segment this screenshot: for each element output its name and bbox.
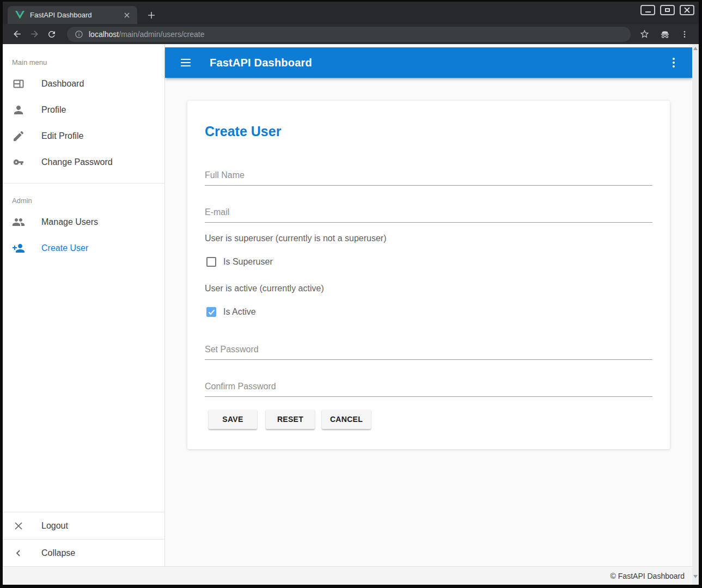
browser-tab[interactable]: FastAPI Dashboard <box>8 6 137 24</box>
dashboard-icon <box>12 77 25 90</box>
chevron-left-icon <box>12 547 25 560</box>
create-user-card: Create User User is superuser (currently… <box>187 101 670 449</box>
active-hint: User is active (currently active) <box>205 284 324 293</box>
incognito-icon <box>660 29 670 40</box>
sidebar-item-profile[interactable]: Profile <box>3 97 164 123</box>
new-tab-button[interactable] <box>144 9 158 22</box>
key-icon <box>12 156 25 169</box>
sidebar: Main menu Dashboard Profile Edit Profile <box>3 44 165 566</box>
browser-toolbar: localhost/main/admin/users/create <box>3 24 699 44</box>
sidebar-item-label: Profile <box>41 105 66 115</box>
sidebar-section-admin: Admin <box>3 183 164 209</box>
logout-x-icon <box>12 519 25 532</box>
people-icon <box>12 216 25 229</box>
page-scrollbar[interactable] <box>692 44 699 585</box>
pencil-icon <box>12 130 25 143</box>
sidebar-item-label: Collapse <box>41 548 75 558</box>
sidebar-item-label: Edit Profile <box>41 131 83 141</box>
maximize-button[interactable] <box>660 5 675 15</box>
person-add-icon <box>12 242 25 255</box>
full-name-input[interactable] <box>205 170 652 186</box>
forward-icon[interactable] <box>27 27 42 42</box>
site-info-icon[interactable] <box>75 30 83 39</box>
page-footer: © FastAPI Dashboard <box>3 566 699 585</box>
vue-logo-icon <box>15 11 25 19</box>
refresh-icon[interactable] <box>44 27 59 42</box>
set-password-field <box>205 345 652 360</box>
sidebar-item-collapse[interactable]: Collapse <box>3 539 164 566</box>
is-active-checkbox[interactable] <box>206 307 216 317</box>
sidebar-item-label: Change Password <box>41 157 113 167</box>
is-superuser-label: Is Superuser <box>223 257 273 267</box>
email-input[interactable] <box>205 207 652 223</box>
person-icon <box>12 103 25 117</box>
minimize-button[interactable] <box>640 5 655 15</box>
url-path: /main/admin/users/create <box>119 30 204 39</box>
back-icon[interactable] <box>9 27 25 42</box>
sidebar-item-label: Logout <box>41 521 68 531</box>
sidebar-item-create-user[interactable]: Create User <box>3 235 164 261</box>
sidebar-item-label: Create User <box>41 243 88 253</box>
url-bar[interactable]: localhost/main/admin/users/create <box>67 27 631 42</box>
page: FastAPI Dashboard Main menu Dashboard Pr… <box>3 44 699 585</box>
sidebar-item-logout[interactable]: Logout <box>3 512 164 539</box>
app-bar-title: FastAPI Dashboard <box>210 57 312 69</box>
is-active-checkbox-row[interactable]: Is Active <box>206 307 256 317</box>
sidebar-item-change-password[interactable]: Change Password <box>3 149 164 175</box>
app-bar-more-icon[interactable] <box>664 53 683 72</box>
full-name-field <box>205 170 652 186</box>
set-password-input[interactable] <box>205 345 652 360</box>
reset-button[interactable]: RESET <box>266 409 315 429</box>
toolbar-right <box>638 29 692 40</box>
confirm-password-field <box>205 382 652 397</box>
sidebar-item-manage-users[interactable]: Manage Users <box>3 209 164 235</box>
app-bar: FastAPI Dashboard <box>165 47 692 78</box>
save-button[interactable]: SAVE <box>209 409 257 429</box>
close-window-button[interactable] <box>680 5 694 15</box>
browser-menu-icon[interactable] <box>680 30 689 39</box>
is-superuser-checkbox-row[interactable]: Is Superuser <box>206 257 273 267</box>
sidebar-item-label: Manage Users <box>41 217 98 227</box>
confirm-password-input[interactable] <box>205 382 652 397</box>
tab-title: FastAPI Dashboard <box>30 11 122 19</box>
footer-copyright: © FastAPI Dashboard <box>611 572 685 580</box>
browser-tab-strip: FastAPI Dashboard <box>3 2 699 24</box>
sidebar-item-label: Dashboard <box>41 79 84 89</box>
sidebar-item-dashboard[interactable]: Dashboard <box>3 71 164 97</box>
is-superuser-checkbox[interactable] <box>206 257 216 267</box>
menu-hamburger-icon[interactable] <box>176 53 196 72</box>
email-field <box>205 207 652 223</box>
tab-close-icon[interactable] <box>122 10 132 20</box>
bookmark-star-icon[interactable] <box>639 29 650 39</box>
sidebar-item-edit-profile[interactable]: Edit Profile <box>3 123 164 149</box>
scroll-down-arrow-icon[interactable] <box>693 575 698 578</box>
cancel-button[interactable]: CANCEL <box>322 409 371 429</box>
browser-window: FastAPI Dashboard <box>3 2 699 585</box>
scroll-up-arrow-icon[interactable] <box>693 47 698 50</box>
page-title: Create User <box>205 124 281 139</box>
superuser-hint: User is superuser (currently is not a su… <box>205 234 386 243</box>
window-controls <box>640 5 694 15</box>
is-active-label: Is Active <box>223 307 256 317</box>
sidebar-section-main-menu: Main menu <box>3 44 164 71</box>
url-host: localhost <box>89 30 119 39</box>
